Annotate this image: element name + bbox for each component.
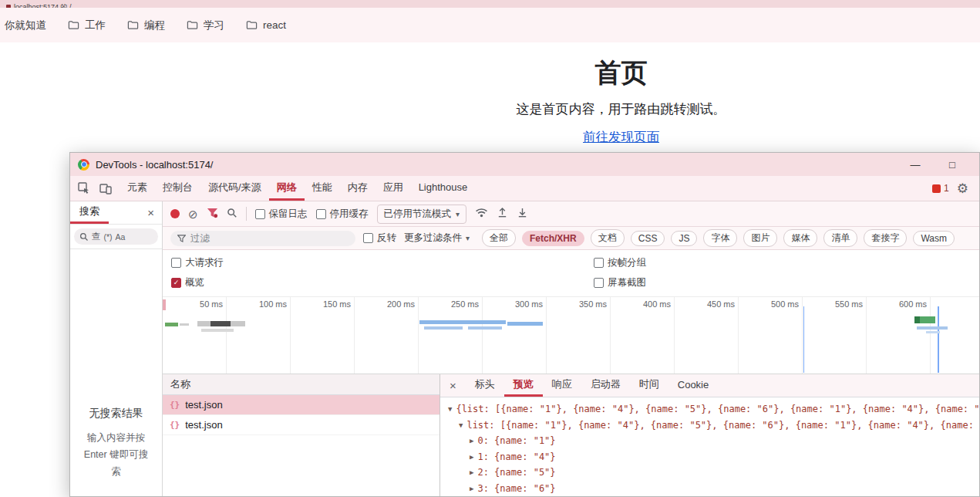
device-toolbar-icon[interactable]: [95, 176, 116, 201]
overview-checkbox[interactable]: ✓ 概览: [171, 276, 594, 289]
tree-expanded-icon[interactable]: ▼: [459, 418, 463, 434]
filter-pill[interactable]: 图片: [743, 229, 777, 247]
devtools-tab[interactable]: 控制台: [155, 176, 200, 201]
page-subtitle: 这是首页内容，用于路由跳转测试。: [262, 100, 980, 118]
disable-cache-checkbox[interactable]: 停用缓存: [316, 208, 369, 221]
search-tab[interactable]: 搜索: [70, 201, 109, 224]
filter-pill[interactable]: CSS: [631, 231, 665, 246]
devtools-tab[interactable]: 性能: [305, 176, 340, 201]
timeline-label: 350 ms: [579, 299, 607, 309]
timeline-gridline: 400 ms: [611, 297, 675, 374]
bookmark-item[interactable]: 编程: [127, 19, 165, 32]
preview-line[interactable]: ▼list: [{name: "1"}, {name: "4"}, {name:…: [440, 418, 979, 434]
filter-input[interactable]: [190, 233, 349, 244]
devtools-tab[interactable]: 元素: [120, 176, 155, 201]
search-input[interactable]: 查 (*) Aa: [74, 228, 158, 245]
preview-text: list: [{name: "1"}, {name: "4"}, {name: …: [466, 420, 979, 431]
request-row[interactable]: {}test.json: [163, 415, 439, 435]
preview-line[interactable]: ▶3: {name: "6"}: [440, 482, 979, 497]
export-har-icon[interactable]: [517, 207, 528, 221]
devtools-body: 搜索 × 查 (*) Aa 无搜索结果 输入内容并按 Enter 键即可搜索: [70, 201, 979, 496]
overview-label: 概览: [185, 276, 204, 289]
filter-pill[interactable]: 媒体: [783, 229, 817, 247]
bookmark-item[interactable]: 你就知道: [5, 19, 46, 32]
tree-collapsed-icon[interactable]: ▶: [470, 465, 473, 481]
detail-tabbar: × 标头预览响应启动器时间Cookie: [440, 374, 979, 397]
detail-tab[interactable]: Cookie: [668, 374, 718, 397]
waterfall-bar: [165, 323, 178, 326]
throttling-select[interactable]: 已停用节流模式 ▾: [377, 205, 467, 224]
preview-line[interactable]: ▶2: {name: "5"}: [440, 465, 979, 482]
minimize-button[interactable]: —: [907, 159, 924, 171]
request-table-header[interactable]: 名称: [163, 374, 439, 395]
big-request-rows-checkbox[interactable]: 大请求行: [171, 256, 594, 269]
filter-pill[interactable]: 套接字: [864, 229, 907, 247]
search-icon: [79, 232, 89, 242]
request-row[interactable]: {}test.json: [163, 395, 439, 415]
browser-tab[interactable]: localhost:5174 的 /: [0, 0, 980, 8]
maximize-button[interactable]: □: [944, 159, 961, 171]
bookmarks-bar: 你就知道工作编程学习react: [0, 8, 980, 42]
devtools-tab[interactable]: 内存: [340, 176, 375, 201]
import-har-icon[interactable]: [497, 207, 508, 221]
clear-icon[interactable]: ⊘: [188, 208, 198, 220]
detail-tab[interactable]: 标头: [466, 374, 504, 397]
devtools-tab[interactable]: 网络: [269, 176, 305, 201]
error-badge[interactable]: 1: [932, 183, 949, 194]
devtools-tab[interactable]: Lighthouse: [411, 176, 476, 201]
inspect-element-icon[interactable]: [73, 176, 95, 201]
detail-tab[interactable]: 响应: [543, 374, 581, 397]
regex-toggle-icon[interactable]: (*): [104, 232, 113, 242]
preview-line[interactable]: ▶0: {name: "1"}: [440, 434, 979, 450]
network-search-icon[interactable]: [227, 208, 237, 221]
preserve-log-checkbox[interactable]: 保留日志: [255, 208, 308, 221]
more-filters-button[interactable]: 更多过滤条件 ▾: [404, 232, 470, 245]
detail-tab[interactable]: 启动器: [581, 374, 630, 397]
filter-pill[interactable]: Wasm: [913, 231, 955, 246]
timeline-label: 150 ms: [323, 299, 351, 309]
invert-checkbox[interactable]: 反转: [363, 232, 396, 245]
preview-line[interactable]: ▶1: {name: "4"}: [440, 450, 979, 466]
tree-collapsed-icon[interactable]: ▶: [470, 450, 473, 465]
match-case-toggle-icon[interactable]: Aa: [116, 232, 126, 242]
checkbox-icon: [594, 258, 604, 268]
filter-funnel-icon[interactable]: [207, 207, 218, 221]
devtools-window: DevTools - localhost:5174/ — □ 元素控制台源代码/…: [69, 152, 980, 497]
detail-tab[interactable]: 时间: [630, 374, 668, 397]
folder-icon: [127, 19, 139, 31]
record-button[interactable]: [170, 209, 180, 218]
filter-pill[interactable]: 全部: [482, 229, 516, 247]
search-close-icon[interactable]: ×: [140, 206, 162, 219]
network-conditions-icon[interactable]: [475, 206, 488, 221]
funnel-icon: [177, 234, 186, 243]
page-title: 首页: [262, 56, 980, 91]
bookmark-item[interactable]: 工作: [68, 19, 106, 32]
devtools-tabbar-right: 1 ⚙: [932, 181, 976, 197]
preview-line[interactable]: ▼{list: [{name: "1"}, {name: "4"}, {name…: [440, 402, 979, 418]
tree-collapsed-icon[interactable]: ▶: [470, 482, 473, 497]
screenshots-checkbox[interactable]: 屏幕截图: [594, 276, 971, 289]
network-overview[interactable]: 50 ms100 ms150 ms200 ms250 ms300 ms350 m…: [163, 297, 979, 374]
detail-tab[interactable]: 预览: [504, 374, 543, 397]
bookmark-item[interactable]: 学习: [187, 19, 224, 32]
bookmark-item[interactable]: react: [246, 19, 286, 31]
devtools-tab[interactable]: 应用: [375, 176, 411, 201]
filter-pill[interactable]: Fetch/XHR: [522, 231, 584, 246]
filter-pill[interactable]: JS: [671, 231, 697, 246]
settings-gear-icon[interactable]: ⚙: [957, 181, 968, 197]
timeline-label: 400 ms: [643, 299, 671, 309]
discover-link[interactable]: 前往发现页面: [583, 130, 659, 144]
tree-expanded-icon[interactable]: ▼: [448, 402, 452, 418]
filter-pill[interactable]: 清单: [823, 229, 857, 247]
tree-collapsed-icon[interactable]: ▶: [470, 434, 473, 449]
detail-close-icon[interactable]: ×: [440, 379, 466, 392]
filter-pill[interactable]: 字体: [703, 229, 737, 247]
bookmark-label: 工作: [85, 19, 106, 32]
devtools-tab[interactable]: 源代码/来源: [200, 176, 269, 201]
search-panel: 搜索 × 查 (*) Aa 无搜索结果 输入内容并按 Enter 键即可搜索: [70, 201, 163, 496]
request-name: test.json: [185, 399, 222, 411]
timeline-label: 250 ms: [451, 299, 479, 309]
waterfall-bar: [201, 329, 234, 332]
group-by-frame-checkbox[interactable]: 按帧分组: [594, 256, 971, 269]
filter-pill[interactable]: 文档: [591, 229, 625, 247]
